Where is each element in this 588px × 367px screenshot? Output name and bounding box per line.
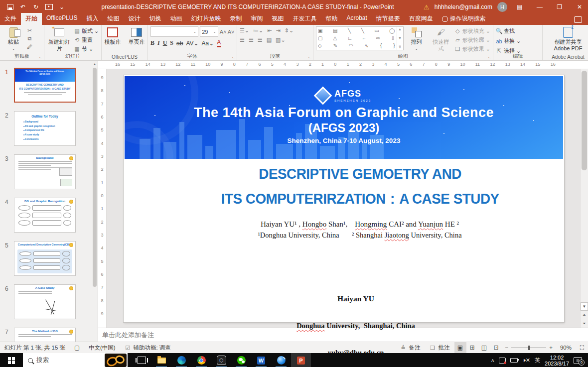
affiliations-line[interactable]: ¹Donghua University, China ² Shanghai Ji… [124,231,564,240]
shape-icon[interactable]: ∟ [347,36,352,41]
bullets-icon[interactable]: ☰⌄ [240,27,249,34]
shape-icon[interactable]: ◠ [349,43,353,48]
line-spacing-icon[interactable]: ⇕⌄ [285,27,294,34]
main-scrollbar[interactable]: ▼ ⏶ ⏷ [580,69,588,328]
shape-icon[interactable]: ╲ [361,28,364,33]
zoom-slider[interactable] [511,348,546,348]
ribbon-tab-Acrobat[interactable]: Acrobat [342,13,371,25]
taskbar-clock[interactable]: 12:02 2023/8/17 [545,355,569,367]
authors-line[interactable]: Haiyan YU¹ , Hongbo Shan¹, Hongming CAI²… [124,220,564,229]
scrollbar-thumb[interactable] [582,71,587,170]
battery-tray-icon[interactable] [510,358,518,363]
shape-icon[interactable]: △ [333,36,337,41]
ribbon-tab-开发工具[interactable]: 开发工具 [288,13,321,25]
thumbnail-slide-7[interactable]: 7 The Method of DG [1,328,98,342]
decrease-indent-icon[interactable]: ⇤ [267,27,272,34]
new-slide-button[interactable]: 新建幻灯片 [47,26,72,53]
ribbon-tab-插入[interactable]: 插入 [82,13,103,25]
warning-icon[interactable]: ⚠ [424,3,430,11]
account-email[interactable]: hhhhelen@gmail.com [435,3,492,10]
thumbnail-slide-5[interactable]: 5 Computerized Descriptive Geometry(CDG) [1,241,98,276]
next-slide-icon[interactable]: ⏷ [581,319,588,328]
copy-icon[interactable]: ⧉ [26,35,33,42]
increase-indent-icon[interactable]: ⇥ [276,27,281,34]
thumbnail-slide-2[interactable]: 2 Outline for Today Background DG and gr… [1,111,98,146]
dev-tools-icon[interactable]: ⬡ [211,353,231,367]
thumbnail-slide-1[interactable]: 1 The 14th Asia Forum on Graphic and Sci… [1,68,98,103]
start-button[interactable] [0,353,23,367]
ribbon-tab-设计[interactable]: 设计 [124,13,145,25]
slide-editing-area[interactable]: AFGS SHENZHEN 2023 The 14th Asia Forum o… [107,69,580,328]
section-button[interactable]: ▦节 ⌄ [74,45,99,53]
shapes-gallery[interactable]: ▣▤╲╲▭◯▢△∟⌐⇨⇩◇✎◠∿{} ▲▼⊽ [316,26,404,50]
font-name-combo[interactable]: ⌄ [150,26,198,37]
italic-icon[interactable]: I [157,39,160,47]
blue-swirl-app-icon[interactable] [271,353,291,367]
columns-icon[interactable]: ▥⌄ [276,37,286,43]
minimize-button[interactable]: — [532,0,547,14]
conference-banner-image[interactable]: AFGS SHENZHEN 2023 The 14th Asia Forum o… [125,76,563,159]
shapes-gallery-scrollbar[interactable]: ▲▼⊽ [397,27,403,50]
shape-icon[interactable]: ⇩ [391,36,395,41]
previous-slide-icon[interactable]: ⏶ [581,311,588,319]
shape-icon[interactable]: ▣ [318,28,322,33]
template-library-button[interactable]: 模板库 [102,26,124,53]
wechat-icon[interactable] [231,353,251,367]
redo-icon[interactable]: ↻ [32,3,40,10]
shape-effects-button[interactable]: ❏形状效果 ⌄ [454,45,490,53]
ribbon-tab-OfficePLUS[interactable]: OfficePLUS [42,13,82,25]
presentation-title-line2[interactable]: ITS COMPUTERIRZATION：A CASE STUDY [133,189,556,209]
ribbon-tab-幻灯片放映[interactable]: 幻灯片放映 [186,13,225,25]
ribbon-tab-情节提要[interactable]: 情节提要 [372,13,405,25]
paste-button[interactable]: 粘贴⌄ [2,26,24,53]
screen-record-tray-icon[interactable] [499,358,506,364]
ribbon-tab-开始[interactable]: 开始 [21,13,42,25]
change-case-icon[interactable]: Aa⌄ [202,40,214,47]
ribbon-tab-视图[interactable]: 视图 [267,13,288,25]
slide-counter[interactable]: 幻灯片 第 1 张, 共 15 张 [0,344,70,352]
ribbon-tab-录制[interactable]: 录制 [225,13,246,25]
ribbon-tab-文件[interactable]: 文件 [0,13,21,25]
ribbon-display-options-icon[interactable]: ▤ [512,0,527,14]
page-library-button[interactable]: 单页库 [126,26,147,53]
shape-icon[interactable]: } [393,43,395,48]
ribbon-tab-帮助[interactable]: 帮助 [321,13,342,25]
comments-bubble-icon[interactable] [574,16,582,23]
avatar[interactable]: H [497,2,507,12]
shrink-font-icon[interactable]: A˅ [228,28,234,35]
arrange-button[interactable]: 排列⌄ [406,26,428,53]
shape-icon[interactable]: ▭ [374,28,379,33]
find-button[interactable]: 🔍查找 [496,27,521,35]
strikethrough-icon[interactable]: ab [176,40,183,47]
chrome-icon[interactable] [191,353,211,367]
ribbon-tab-切换[interactable]: 切换 [145,13,165,25]
shape-icon[interactable]: ⌐ [363,36,366,41]
clipboard-dialog-launcher[interactable]: ⌙ [39,55,43,60]
bold-icon[interactable]: B [150,39,154,47]
search-highlight-image[interactable] [105,354,127,367]
thumbnail-slide-4[interactable]: 4 DG and Graphic Recognition [1,198,98,233]
slide-canvas[interactable]: AFGS SHENZHEN 2023 The 14th Asia Forum o… [124,75,564,322]
numbering-icon[interactable]: ≔⌄ [253,27,263,34]
volume-muted-icon[interactable]: 🕨✕ [522,357,530,364]
scroll-up-icon[interactable]: ▲ [93,61,97,67]
create-share-pdf-button[interactable]: 创建并共享Adobe PDF [553,26,584,53]
cut-icon[interactable]: ✂ [26,27,33,34]
ribbon-tab-审阅[interactable]: 审阅 [246,13,267,25]
layout-button[interactable]: ▤版式 ⌄ [74,27,99,35]
shape-icon[interactable]: ╲ [348,28,351,33]
powerpoint-taskbar-icon[interactable]: P [291,353,311,367]
customize-qat-icon[interactable]: ⌄ [58,3,66,10]
theme-icon[interactable]: ▢ [70,344,84,351]
save-icon[interactable] [6,3,14,10]
drawing-dialog-launcher[interactable]: ⌙ [488,55,492,60]
hidden-icons-chevron[interactable]: ˄ [491,358,494,364]
ribbon-tab-动画[interactable]: 动画 [165,13,186,25]
align-center-icon[interactable]: ☰ [249,37,254,43]
character-spacing-icon[interactable]: AV⌄ [186,40,198,47]
font-dialog-launcher[interactable]: ⌙ [232,55,236,60]
restore-button[interactable]: ❐ [552,0,567,14]
shadow-icon[interactable]: S [170,39,173,47]
task-view-button[interactable] [132,353,151,367]
reset-button[interactable]: ⟲重置 [74,36,99,44]
